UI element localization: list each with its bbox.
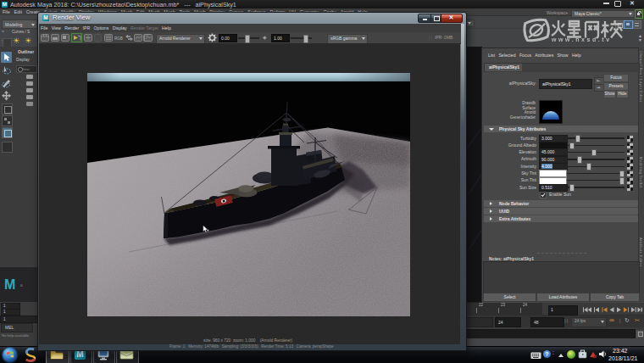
svg-text:RGB: RGB [114, 36, 123, 41]
svg-text:www.hxsd.tv: www.hxsd.tv [551, 36, 612, 42]
